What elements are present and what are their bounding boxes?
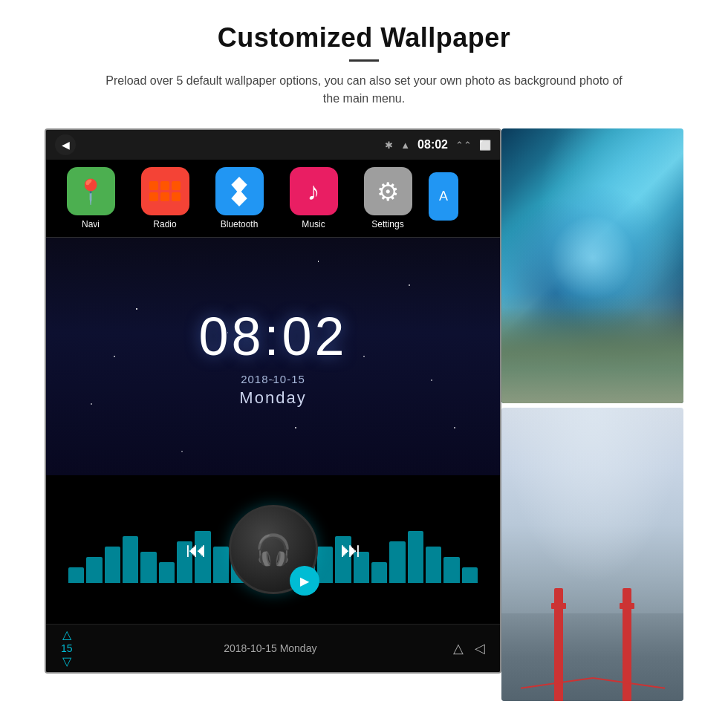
music-player: ⏮ 🎧 ▶ ⏭ [46, 475, 500, 624]
photos-panel [501, 128, 683, 701]
bluetooth-label: Bluetooth [221, 219, 259, 229]
app-grid: 📍 Navi Radio Bluetooth [46, 160, 500, 238]
music-label: Music [302, 219, 325, 229]
navi-icon: 📍 [67, 167, 115, 215]
status-bar: ◀ ✱ ▲ 08:02 ⌃⌃ ⬜ [46, 130, 500, 160]
volume-down-button[interactable]: ▽ [62, 656, 71, 668]
extra-icon: A [439, 189, 448, 204]
music-note-icon: ♪ [308, 177, 320, 206]
status-time: 08:02 [417, 138, 448, 151]
day-display: Monday [239, 388, 306, 408]
rewind-button[interactable]: ⏮ [186, 538, 207, 562]
ice-glow-effect [519, 183, 667, 332]
navi-pin-icon: 📍 [76, 177, 105, 206]
home-nav-button[interactable]: △ [453, 640, 464, 656]
device-screenshot: ◀ ✱ ▲ 08:02 ⌃⌃ ⬜ 📍 Navi [45, 128, 501, 674]
headphone-icon: 🎧 [255, 532, 292, 567]
forward-button[interactable]: ⏭ [340, 538, 361, 562]
app-item-music[interactable]: ♪ Music [280, 167, 347, 229]
radio-grid-icon [143, 175, 186, 207]
status-bar-right: ✱ ▲ 08:02 ⌃⌃ ⬜ [385, 138, 491, 151]
navi-label: Navi [82, 219, 100, 229]
app-item-navi[interactable]: 📍 Navi [57, 167, 124, 229]
music-controls: ⏮ 🎧 ▶ ⏭ [186, 505, 361, 594]
golden-gate-photo [501, 408, 683, 701]
settings-label: Settings [371, 219, 403, 229]
app-item-radio[interactable]: Radio [131, 167, 198, 229]
bluetooth-status-icon: ✱ [385, 140, 393, 151]
app-item-bluetooth[interactable]: Bluetooth [206, 167, 273, 229]
volume-up-button[interactable]: △ [62, 629, 71, 641]
window-icon: ⬜ [479, 140, 491, 151]
radio-icon-bg [141, 167, 189, 215]
date-display: 2018-10-15 [241, 373, 305, 385]
bottom-datetime: 2018-10-15 Monday [88, 642, 453, 654]
status-bar-left: ◀ [55, 134, 76, 155]
expand-icon: ⌃⌃ [455, 140, 472, 151]
extra-icon-bg: A [429, 172, 458, 221]
clock-display: 08:02 [198, 306, 347, 367]
content-area: ◀ ✱ ▲ 08:02 ⌃⌃ ⬜ 📍 Navi [45, 128, 683, 701]
settings-icon-bg: ⚙ [364, 167, 412, 215]
volume-number: 15 [61, 642, 73, 654]
bridge-tower-left [554, 588, 563, 701]
play-button[interactable]: ▶ [290, 566, 319, 596]
music-album-art: 🎧 ▶ [229, 505, 318, 594]
bottom-nav: △ ◁ [453, 640, 485, 656]
ice-rocks [501, 307, 683, 404]
volume-controls: △ 15 ▽ [61, 629, 73, 668]
back-button[interactable]: ◀ [55, 134, 76, 155]
main-display: 08:02 2018-10-15 Monday [46, 238, 500, 475]
music-icon-bg: ♪ [290, 167, 338, 215]
app-item-extra[interactable]: A [429, 172, 458, 224]
bridge-tower-right [623, 588, 631, 701]
page-subtitle: Preload over 5 default wallpaper options… [97, 72, 631, 108]
gear-icon: ⚙ [377, 177, 399, 206]
ice-cave-photo [501, 128, 683, 403]
bottom-bar: △ 15 ▽ 2018-10-15 Monday △ ◁ [46, 624, 500, 672]
app-item-settings[interactable]: ⚙ Settings [354, 167, 421, 229]
page-title: Customized Wallpaper [218, 22, 511, 53]
signal-status-icon: ▲ [400, 140, 410, 151]
radio-label: Radio [153, 219, 176, 229]
bridge-towers [501, 496, 683, 702]
bluetooth-icon-bg [215, 167, 264, 215]
title-divider [349, 59, 379, 62]
page-container: Customized Wallpaper Preload over 5 defa… [0, 0, 728, 716]
back-nav-button[interactable]: ◁ [475, 640, 485, 656]
